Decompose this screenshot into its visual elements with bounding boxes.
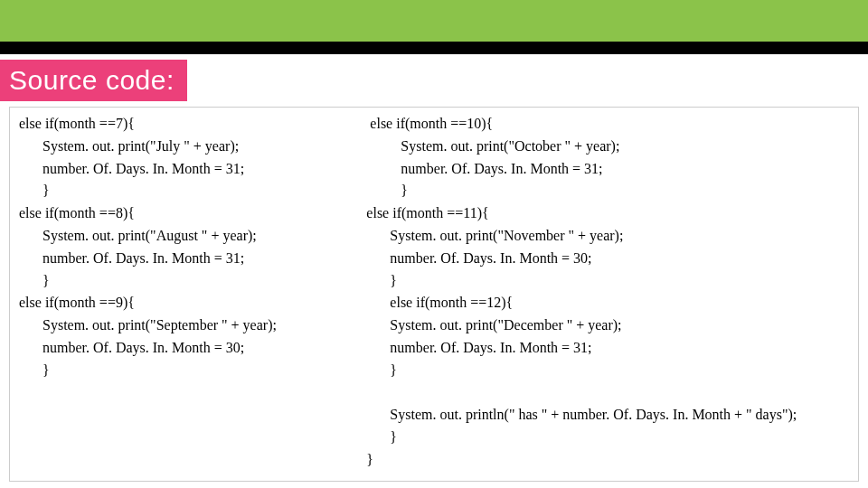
slide-title: Source code:: [0, 60, 187, 101]
code-line: }: [19, 180, 366, 202]
code-line: else if(month ==8){: [19, 202, 366, 225]
code-line: }: [366, 427, 853, 449]
title-row: Source code:: [0, 60, 868, 101]
code-line: else if(month ==7){: [19, 113, 366, 136]
code-line: number. Of. Days. In. Month = 31;: [19, 248, 366, 270]
code-line: System. out. print("October " + year);: [366, 136, 853, 158]
code-line: number. Of. Days. In. Month = 31;: [366, 158, 853, 181]
code-line: [366, 382, 853, 405]
header-green-bar: [0, 0, 868, 42]
code-line: System. out. print("November " + year);: [366, 225, 853, 248]
header-black-strip: [0, 42, 868, 54]
code-line: }: [366, 449, 853, 472]
code-line: number. Of. Days. In. Month = 31;: [366, 337, 853, 360]
code-line: }: [366, 180, 853, 202]
code-line: System. out. println(" has " + number. O…: [366, 404, 853, 427]
code-line: }: [366, 270, 853, 293]
code-line: System. out. print("September " + year);: [19, 314, 366, 337]
code-line: else if(month ==11){: [366, 202, 853, 225]
code-line: System. out. print("July " + year);: [19, 136, 366, 158]
code-line: }: [19, 270, 366, 293]
code-line: }: [19, 360, 366, 382]
code-line: System. out. print("August " + year);: [19, 225, 366, 248]
code-line: number. Of. Days. In. Month = 31;: [19, 158, 366, 181]
code-line: else if(month ==10){: [366, 113, 853, 136]
code-line: number. Of. Days. In. Month = 30;: [19, 337, 366, 360]
code-line: number. Of. Days. In. Month = 30;: [366, 248, 853, 270]
code-line: System. out. print("December " + year);: [366, 314, 853, 337]
code-box: else if(month ==7){ System. out. print("…: [9, 107, 859, 482]
code-column-right: else if(month ==10){ System. out. print(…: [366, 113, 853, 472]
title-tail: [187, 60, 868, 99]
code-line: else if(month ==9){: [19, 292, 366, 314]
code-line: }: [366, 360, 853, 382]
code-column-left: else if(month ==7){ System. out. print("…: [15, 113, 366, 472]
code-line: else if(month ==12){: [366, 292, 853, 314]
